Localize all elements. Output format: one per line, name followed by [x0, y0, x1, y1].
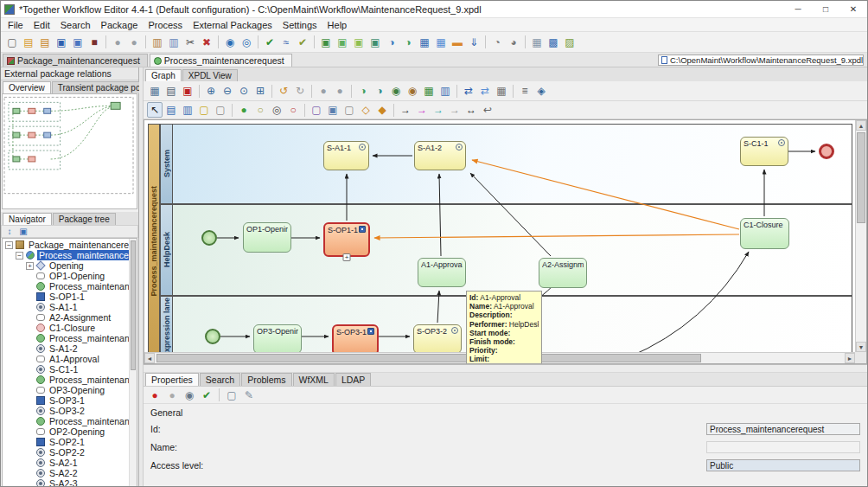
revert-icon[interactable]: ●: [147, 388, 163, 403]
gateway-tool-icon[interactable]: ◆: [374, 102, 390, 118]
next-selection-icon[interactable]: ●: [332, 83, 348, 99]
tab[interactable]: Navigator: [3, 213, 52, 225]
compare-icon[interactable]: ≈: [278, 35, 294, 50]
scroll-right-icon[interactable]: ►: [845, 353, 855, 363]
vertical-scroll-thumb[interactable]: [857, 132, 865, 223]
save-package-icon[interactable]: ▣: [54, 35, 69, 50]
refresh-tree-icon[interactable]: ↕: [3, 226, 16, 237]
print-icon[interactable]: ▤: [163, 83, 179, 99]
open-location-icon[interactable]: ▤: [37, 35, 53, 50]
node-start-3[interactable]: [205, 329, 220, 344]
loop-transition-tool-icon[interactable]: ↩: [480, 102, 495, 118]
file-path-field[interactable]: C:\OpenMaint\Workflow\MaintenanceRequest…: [658, 54, 864, 66]
process-run-icon[interactable]: ◑: [355, 83, 371, 99]
tree-scrollbar-thumb[interactable]: [131, 240, 136, 370]
stats-icon[interactable]: ▥: [437, 83, 453, 99]
node-OP1-Opening[interactable]: OP1-Opening: [243, 222, 291, 253]
horizontal-splitter[interactable]: [144, 365, 867, 373]
tab[interactable]: LDAP: [335, 373, 371, 386]
menu-item[interactable]: Process: [143, 19, 188, 31]
participant-tool-icon[interactable]: ▤: [163, 102, 179, 118]
bidirectional-tool-icon[interactable]: ↔: [463, 102, 479, 118]
access-level-dropdown[interactable]: Public: [706, 459, 860, 471]
tree-item[interactable]: S-A1-1: [3, 302, 137, 312]
collapse-all-icon[interactable]: ▣: [17, 226, 29, 237]
tab[interactable]: WfXML: [293, 373, 335, 386]
scroll-up-icon[interactable]: ▲: [856, 120, 866, 131]
applications-icon[interactable]: ▦: [433, 35, 449, 50]
close-package-icon[interactable]: ■: [86, 35, 102, 50]
document-tab[interactable]: Process_maintenancerequest: [150, 54, 292, 67]
tree-item[interactable]: OP2-Opening: [3, 426, 137, 437]
graph-configure-icon[interactable]: ◈: [533, 83, 549, 99]
horizontal-scroll-thumb[interactable]: [156, 354, 701, 362]
block-activity-tool-icon[interactable]: ▢: [341, 102, 357, 118]
undo-icon[interactable]: ↺: [276, 83, 291, 99]
find-settings-icon[interactable]: ◎: [239, 35, 254, 50]
scroll-down-icon[interactable]: ▼: [856, 342, 866, 352]
find-icon[interactable]: ◉: [222, 35, 238, 50]
tree-item[interactable]: S-OP2-2: [3, 447, 137, 458]
transitions-icon[interactable]: ⇄: [461, 83, 476, 99]
tree-item[interactable]: S-A2-3: [3, 478, 137, 487]
note-tool-icon[interactable]: ▢: [196, 102, 212, 118]
tree-item[interactable]: OP3-Opening: [3, 385, 137, 395]
doc-icon[interactable]: ▢: [224, 388, 239, 403]
transitions-alt-icon[interactable]: ⇄: [477, 83, 493, 99]
menu-item[interactable]: External Packages: [188, 19, 278, 31]
package-properties-icon[interactable]: ▣: [335, 35, 350, 50]
tree-item[interactable]: −Package_maintenancerequest: [3, 240, 137, 250]
transport-icon[interactable]: ▬: [450, 35, 465, 50]
tree-item[interactable]: Process_maintenancerequest: [3, 416, 137, 426]
close-button[interactable]: ✕: [839, 1, 867, 17]
terminate-event-tool-icon[interactable]: ○: [285, 102, 301, 118]
node-OP3-Opening[interactable]: OP3-Opening: [253, 324, 302, 352]
menu-item[interactable]: Help: [322, 19, 353, 31]
blocks-alt-icon[interactable]: ▨: [562, 35, 578, 50]
tab[interactable]: Overview: [3, 81, 51, 93]
zoom-in-icon[interactable]: ⊕: [203, 83, 219, 99]
tree-item[interactable]: S-A1-2: [3, 343, 137, 354]
lane-tool-icon[interactable]: ▥: [180, 102, 195, 118]
tab[interactable]: Problems: [241, 373, 291, 386]
id-field[interactable]: Process_maintenancerequest: [706, 423, 860, 435]
tree-item[interactable]: S-A2-2: [3, 468, 137, 478]
download-icon[interactable]: ⇓: [466, 35, 482, 50]
gear-icon[interactable]: ◉: [388, 83, 404, 99]
tree-expander-icon[interactable]: −: [16, 252, 23, 260]
tab[interactable]: Package tree: [53, 213, 116, 225]
apply-icon[interactable]: ✔: [199, 388, 214, 403]
export-pdf-icon[interactable]: ▣: [180, 83, 195, 99]
tab[interactable]: XPDL View: [182, 69, 238, 81]
insert-process-icon[interactable]: ◑: [384, 35, 399, 50]
grid-view-icon[interactable]: ▦: [529, 35, 545, 50]
name-field[interactable]: [706, 441, 860, 453]
start-event-tool-icon[interactable]: ●: [236, 102, 252, 118]
tree-scrollbar[interactable]: [129, 239, 137, 486]
menu-item[interactable]: Package: [96, 19, 144, 31]
tree-item[interactable]: S-OP1-1: [3, 292, 137, 302]
tree-item[interactable]: S-OP3-1: [3, 395, 137, 406]
node-S-OP3-2[interactable]: S-OP3-2: [413, 324, 462, 352]
node-start-1[interactable]: [201, 230, 217, 246]
text-tool-icon[interactable]: ▢: [213, 102, 228, 118]
scroll-left-icon[interactable]: ◄: [144, 353, 155, 363]
tree-item[interactable]: A2-Assignment: [3, 312, 137, 323]
blocks-icon[interactable]: ▩: [546, 35, 561, 50]
inactive-icon[interactable]: ●: [164, 388, 180, 403]
zoom-original-icon[interactable]: ⊙: [236, 83, 252, 99]
paste-icon[interactable]: ▥: [150, 35, 165, 50]
graph-settings-icon[interactable]: ≡: [517, 83, 533, 99]
tree-item[interactable]: −Process_maintenancerequest: [3, 250, 137, 260]
package-pool-icon[interactable]: ▣: [367, 35, 383, 50]
menu-item[interactable]: File: [3, 19, 29, 31]
minimize-button[interactable]: ─: [784, 1, 812, 17]
menu-item[interactable]: Edit: [29, 19, 55, 31]
tree-expander-icon[interactable]: −: [5, 241, 13, 249]
intermediate-event-tool-icon[interactable]: ○: [252, 102, 268, 118]
node-S-OP3-1[interactable]: S-OP3-1+: [332, 324, 379, 352]
process-properties-icon[interactable]: ◑: [400, 35, 416, 50]
token-table-icon[interactable]: ▦: [421, 83, 437, 99]
tree-item[interactable]: Process_maintenancerequest: [3, 375, 137, 385]
external-packages-icon[interactable]: ▣: [351, 35, 367, 50]
